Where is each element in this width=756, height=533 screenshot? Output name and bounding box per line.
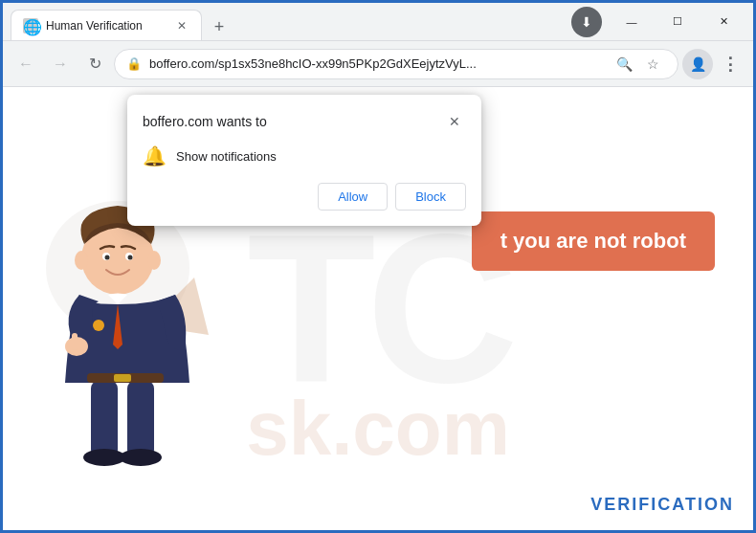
title-bar: 🌐 Human Verification ✕ + ⬇ — ☐ ✕ — [3, 3, 753, 41]
tab-close-button[interactable]: ✕ — [174, 18, 189, 33]
close-icon: ✕ — [449, 114, 460, 129]
page-content: TC sk.com t you are not robot — [3, 87, 753, 530]
svg-point-7 — [75, 251, 88, 270]
download-icon: ⬇ — [581, 14, 592, 30]
lock-icon: 🔒 — [126, 56, 142, 71]
profile-icon: 👤 — [690, 56, 706, 72]
svg-point-5 — [105, 255, 110, 260]
new-tab-button[interactable]: + — [206, 13, 233, 40]
close-button[interactable]: ✕ — [701, 7, 745, 37]
svg-rect-10 — [72, 333, 78, 350]
star-icon-btn[interactable]: ☆ — [639, 51, 666, 78]
notification-popup: boffero.com wants to ✕ 🔔 Show notificati… — [127, 95, 481, 226]
active-tab[interactable]: 🌐 Human Verification ✕ — [11, 10, 202, 40]
window-controls: — ☐ ✕ — [610, 7, 745, 37]
browser-frame: 🌐 Human Verification ✕ + ⬇ — ☐ ✕ ← → ↻ 🔒… — [3, 3, 753, 530]
permission-text: Show notifications — [176, 149, 277, 164]
svg-point-15 — [93, 320, 104, 331]
profile-button[interactable]: 👤 — [682, 49, 713, 79]
popup-close-button[interactable]: ✕ — [443, 110, 466, 133]
reload-button[interactable]: ↻ — [79, 49, 110, 79]
popup-header: boffero.com wants to ✕ — [143, 110, 466, 133]
omnibox-actions: 🔍 ☆ — [611, 51, 666, 78]
svg-rect-17 — [114, 374, 131, 382]
robot-button[interactable]: t you are not robot — [472, 211, 715, 271]
svg-point-14 — [120, 449, 162, 466]
minimize-button[interactable]: — — [610, 7, 654, 37]
svg-rect-11 — [91, 381, 118, 457]
toolbar-right: 👤 ⋮ — [682, 49, 745, 79]
back-button[interactable]: ← — [11, 49, 41, 79]
omnibox[interactable]: 🔒 boffero.com/sp1sx53ne8hcIO-xx99n5PKp2G… — [114, 49, 678, 79]
toolbar: ← → ↻ 🔒 boffero.com/sp1sx53ne8hcIO-xx99n… — [3, 41, 753, 87]
watermark-verification: VERIFICATION — [590, 495, 734, 515]
popup-site-text: boffero.com wants to — [143, 114, 267, 129]
tab-favicon: 🌐 — [23, 18, 38, 33]
svg-point-13 — [83, 449, 125, 466]
svg-point-8 — [147, 251, 161, 270]
forward-button[interactable]: → — [45, 49, 76, 79]
search-icon-btn[interactable]: 🔍 — [611, 51, 637, 78]
tab-title: Human Verification — [46, 19, 167, 33]
block-button[interactable]: Block — [395, 183, 466, 211]
bell-icon: 🔔 — [143, 144, 167, 167]
maximize-button[interactable]: ☐ — [656, 7, 700, 37]
svg-rect-12 — [127, 381, 154, 457]
tab-area: 🌐 Human Verification ✕ + — [11, 3, 571, 40]
popup-permission-row: 🔔 Show notifications — [143, 144, 466, 167]
allow-button[interactable]: Allow — [318, 183, 388, 211]
svg-point-6 — [128, 255, 133, 260]
url-text: boffero.com/sp1sx53ne8hcIO-xx99n5PKp2GdX… — [149, 56, 603, 71]
person-illustration — [22, 191, 233, 530]
popup-actions: Allow Block — [143, 183, 466, 211]
menu-button[interactable]: ⋮ — [715, 49, 745, 79]
